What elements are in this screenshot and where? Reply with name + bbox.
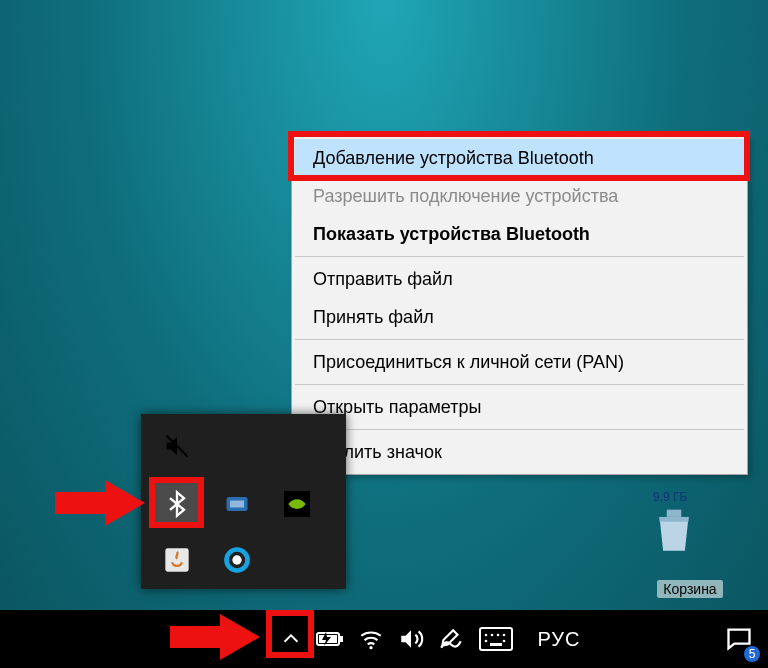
svg-point-13 — [485, 634, 488, 637]
battery-icon[interactable] — [311, 610, 351, 668]
svg-point-14 — [491, 634, 494, 637]
svg-point-6 — [232, 555, 241, 564]
java-icon[interactable] — [153, 536, 201, 584]
notification-count-badge: 5 — [744, 646, 760, 662]
disk-usage-badge: 9,9 ГБ — [653, 490, 687, 504]
menu-allow-connection: Разрешить подключение устройства — [295, 177, 744, 215]
svg-rect-2 — [230, 501, 244, 508]
svg-rect-9 — [340, 636, 343, 642]
bluetooth-icon[interactable] — [153, 480, 201, 528]
arrow-icon — [55, 480, 145, 526]
svg-point-15 — [497, 634, 500, 637]
cortana-icon[interactable] — [213, 536, 261, 584]
svg-point-18 — [503, 640, 506, 643]
chevron-up-icon — [280, 628, 302, 650]
tray-flyout — [141, 414, 346, 589]
wifi-icon[interactable] — [351, 610, 391, 668]
svg-point-11 — [369, 646, 372, 649]
svg-rect-19 — [490, 643, 502, 646]
bluetooth-context-menu: Добавление устройства Bluetooth Разрешит… — [291, 135, 748, 475]
svg-rect-7 — [667, 510, 682, 517]
svg-point-16 — [503, 634, 506, 637]
menu-open-settings[interactable]: Открыть параметры — [295, 388, 744, 426]
menu-remove-icon[interactable]: Удалить значок — [295, 433, 744, 471]
desktop: Добавление устройства Bluetooth Разрешит… — [0, 0, 768, 668]
svg-rect-4 — [165, 548, 188, 571]
hardware-icon[interactable] — [213, 480, 261, 528]
recycle-bin[interactable]: 9,9 ГБ Корзина — [645, 500, 735, 598]
svg-point-17 — [485, 640, 488, 643]
recycle-bin-icon — [645, 500, 703, 558]
pen-input-icon[interactable] — [431, 610, 471, 668]
menu-send-file[interactable]: Отправить файл — [295, 260, 744, 298]
taskbar: РУС 5 — [0, 610, 768, 668]
language-indicator[interactable]: РУС — [529, 610, 589, 668]
action-center-icon[interactable]: 5 — [716, 610, 762, 668]
menu-separator — [295, 384, 744, 385]
menu-add-bluetooth-device[interactable]: Добавление устройства Bluetooth — [295, 139, 744, 177]
nvidia-icon[interactable] — [273, 480, 321, 528]
volume-icon[interactable] — [391, 610, 431, 668]
menu-separator — [295, 429, 744, 430]
recycle-bin-label: Корзина — [657, 580, 722, 598]
menu-show-bluetooth-devices[interactable]: Показать устройства Bluetooth — [295, 215, 744, 253]
menu-separator — [295, 256, 744, 257]
show-hidden-icons-button[interactable] — [271, 610, 311, 668]
menu-separator — [295, 339, 744, 340]
volume-muted-icon[interactable] — [153, 422, 201, 470]
svg-rect-12 — [480, 628, 512, 650]
menu-receive-file[interactable]: Принять файл — [295, 298, 744, 336]
touch-keyboard-icon[interactable] — [471, 610, 521, 668]
menu-join-pan[interactable]: Присоединиться к личной сети (PAN) — [295, 343, 744, 381]
